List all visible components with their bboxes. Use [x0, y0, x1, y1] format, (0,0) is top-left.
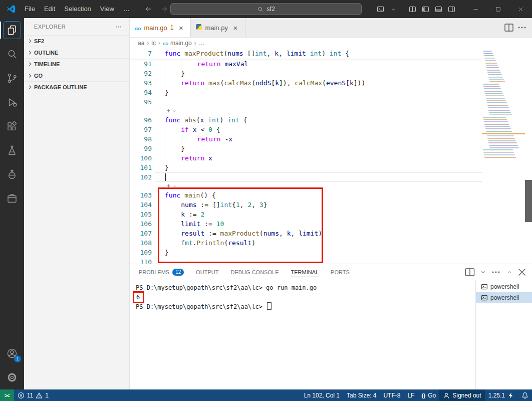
line-number[interactable]: 110 — [130, 257, 155, 264]
tab-main.py[interactable]: main.py× — [191, 18, 245, 37]
code-line[interactable]: 97if x < 0 { — [130, 125, 482, 134]
line-number[interactable]: 109 — [130, 248, 155, 257]
panel-tab-terminal[interactable]: TERMINAL — [291, 264, 319, 280]
sidebar-section-sf2[interactable]: SF2 — [24, 35, 129, 47]
panel-tab-ports[interactable]: PORTS — [331, 264, 350, 280]
activity-extension-box[interactable] — [0, 186, 24, 211]
chevron-down-icon[interactable] — [477, 266, 489, 278]
more-actions-icon[interactable] — [516, 22, 528, 34]
breadcrumb-aa[interactable]: aa — [138, 40, 144, 47]
code-line[interactable]: 94} — [130, 88, 482, 97]
search-box[interactable]: sf2 — [170, 3, 362, 15]
remote-indicator[interactable]: >< — [0, 389, 14, 401]
close-panel-icon[interactable] — [516, 266, 528, 278]
cursor-position[interactable]: Ln 102, Col 1 — [301, 389, 343, 401]
sidebar-section-timeline[interactable]: TIMELINE — [24, 58, 129, 70]
activity-search[interactable] — [0, 42, 24, 66]
line-number[interactable]: 103 — [130, 190, 155, 200]
breadcrumb-…[interactable]: … — [199, 40, 205, 47]
line-number[interactable]: 98 — [130, 134, 155, 144]
code-line[interactable]: 98return -x — [130, 134, 482, 144]
activity-extensions[interactable] — [0, 114, 24, 138]
line-number[interactable]: 102 — [130, 172, 155, 182]
panel-tab-problems[interactable]: PROBLEMS12 — [139, 264, 184, 280]
panel-tab-debug-console[interactable]: DEBUG CONSOLE — [231, 264, 279, 280]
terminal[interactable]: PS D:\mysetup\gopath\src\sf2\aa\lc> go r… — [130, 280, 475, 390]
code-line[interactable]: 96func abs(x int) int { — [130, 115, 482, 125]
menu-item-Edit[interactable]: Edit — [40, 0, 60, 18]
tab-main.go[interactable]: GOmain.go1× — [130, 18, 191, 37]
chevron-down-icon[interactable] — [387, 3, 399, 15]
encoding[interactable]: UTF-8 — [380, 389, 404, 401]
close-icon[interactable]: × — [231, 23, 240, 32]
code-line[interactable]: 101} — [130, 163, 482, 172]
toggle-panel-icon[interactable] — [432, 3, 444, 15]
menu-item-File[interactable]: File — [20, 0, 40, 18]
code-line[interactable]: 95 — [130, 97, 482, 107]
accounts-status[interactable]: Signed out — [439, 389, 484, 401]
terminal-tab-powershell[interactable]: powershell — [476, 281, 532, 292]
activity-settings[interactable] — [0, 365, 24, 389]
activity-testing[interactable] — [0, 138, 24, 162]
code-line[interactable]: 99} — [130, 144, 482, 153]
sparkle-icon[interactable] — [166, 108, 171, 114]
line-number[interactable]: 92 — [130, 69, 155, 78]
breadcrumb-main.go[interactable]: GOmain.go — [163, 40, 192, 47]
back-icon[interactable] — [142, 3, 154, 15]
chevron-down-icon[interactable] — [172, 109, 177, 113]
forward-icon[interactable] — [158, 3, 170, 15]
line-number[interactable]: 94 — [130, 88, 155, 97]
line-number[interactable]: 108 — [130, 238, 155, 248]
editor-scrollbar[interactable] — [525, 180, 532, 222]
sidebar-section-outline[interactable]: OUTLINE — [24, 47, 129, 58]
line-number[interactable]: 93 — [130, 78, 155, 88]
more-actions-icon[interactable] — [112, 21, 124, 33]
menu-item-View[interactable]: View — [96, 0, 119, 18]
code-line[interactable]: 102 — [130, 172, 482, 182]
panel-tab-output[interactable]: OUTPUT — [196, 264, 218, 280]
toggle-secondary-sidebar-icon[interactable] — [445, 3, 457, 15]
line-number[interactable]: 91 — [130, 59, 155, 69]
line-number[interactable]: 99 — [130, 144, 155, 153]
activity-accounts[interactable]: 1 — [0, 341, 24, 365]
sticky-scroll-line[interactable]: 7func maxProduct(nums []int, k, limit in… — [130, 49, 482, 59]
code-line[interactable]: 100return x — [130, 153, 482, 163]
maximize-button[interactable] — [487, 0, 509, 18]
terminal-profile-icon[interactable] — [374, 3, 386, 15]
activity-explorer[interactable] — [0, 18, 24, 42]
line-number[interactable]: 97 — [130, 125, 155, 134]
activity-extension-flask[interactable] — [0, 162, 24, 186]
menu-item-…[interactable]: … — [119, 0, 134, 18]
tab-size[interactable]: Tab Size: 4 — [343, 389, 380, 401]
line-number[interactable]: 105 — [130, 210, 155, 219]
line-number[interactable]: 101 — [130, 163, 155, 172]
split-editor-layout-icon[interactable] — [406, 3, 418, 15]
language-mode[interactable]: {}Go — [418, 389, 439, 401]
close-button[interactable] — [509, 0, 532, 18]
terminal-tab-powershell[interactable]: powershell — [476, 292, 532, 303]
eol[interactable]: LF — [404, 389, 418, 401]
line-number[interactable]: 100 — [130, 153, 155, 163]
minimize-button[interactable] — [464, 0, 487, 18]
activity-run-debug[interactable] — [0, 90, 24, 114]
sidebar-section-go[interactable]: GO — [24, 70, 129, 81]
menu-item-Selection[interactable]: Selection — [60, 0, 95, 18]
breadcrumb-lc[interactable]: lc — [151, 40, 156, 47]
code-line[interactable]: 91return maxVal — [130, 59, 482, 69]
split-editor-icon[interactable] — [503, 22, 515, 34]
close-icon[interactable]: × — [176, 23, 185, 32]
sidebar-section-package-outline[interactable]: PACKAGE OUTLINE — [24, 81, 129, 93]
problems-status[interactable]: 111 — [14, 389, 52, 401]
code-line[interactable]: 93return max(calcMax(oddS[k]), calcMax(e… — [130, 78, 482, 88]
line-number[interactable]: 104 — [130, 200, 155, 210]
minimap[interactable] — [482, 49, 525, 165]
line-number[interactable]: 95 — [130, 97, 155, 107]
go-version[interactable]: 1.25.1 — [485, 389, 518, 401]
line-number[interactable]: 96 — [130, 115, 155, 125]
more-actions-icon[interactable] — [490, 266, 502, 278]
maximize-panel-icon[interactable] — [503, 266, 515, 278]
code-line[interactable]: 92} — [130, 69, 482, 78]
terminal-layout-icon[interactable] — [464, 266, 476, 278]
toggle-sidebar-icon[interactable] — [419, 3, 431, 15]
line-number[interactable]: 106 — [130, 219, 155, 229]
